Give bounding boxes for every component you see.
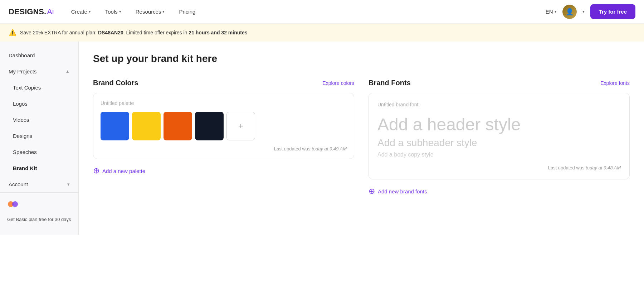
chevron-down-icon: ▾ [89,9,91,14]
avatar-chevron-icon[interactable]: ▾ [582,9,585,14]
logo-icon: Ai [47,7,54,16]
sidebar-item-dashboard[interactable]: Dashboard [0,47,78,63]
svg-point-1 [12,201,18,207]
navbar: DESIGNS.Ai Create ▾ Tools ▾ Resources ▾ … [0,0,644,24]
color-swatch-blue[interactable] [101,112,129,140]
plus-circle-icon: ⊕ [369,187,375,196]
font-timestamp: Last updated was today at 9:48 AM [377,165,621,170]
app-layout: Dashboard My Projects ▲ Text Copies Logo… [0,42,644,303]
palette-card: Untitled palette + Last updated was toda… [93,93,354,159]
color-swatch-black[interactable] [195,112,224,140]
font-name: Untitled brand font [377,102,621,107]
brand-kit-grid: Brand Colors Explore colors Untitled pal… [93,79,630,196]
nav-tools[interactable]: Tools ▾ [99,6,127,18]
explore-fonts-link[interactable]: Explore fonts [600,80,630,86]
plus-circle-icon: ⊕ [93,166,99,175]
sidebar-item-brand-kit[interactable]: Brand Kit [0,160,78,176]
nav-create[interactable]: Create ▾ [65,6,97,18]
brand-fonts-section: Brand Fonts Explore fonts Untitled brand… [369,79,630,196]
chevron-down-icon: ▾ [119,9,121,14]
sidebar-item-text-copies[interactable]: Text Copies [0,80,78,96]
sidebar-wrapper: Dashboard My Projects ▲ Text Copies Logo… [0,42,79,303]
color-swatch-yellow[interactable] [132,112,161,140]
chevron-down-icon: ▾ [67,182,70,187]
user-avatar[interactable]: 👤 [562,5,577,19]
font-card: Untitled brand font Add a header style A… [369,93,630,179]
chevron-down-icon: ▾ [555,9,557,14]
brand-fonts-header: Brand Fonts Explore fonts [369,79,630,87]
palette-timestamp: Last updated was today at 9:49 AM [101,146,347,152]
nav-pricing[interactable]: Pricing [173,6,201,18]
subheader-font-preview[interactable]: Add a subheader style [377,137,621,149]
sidebar-item-videos[interactable]: Videos [0,112,78,128]
logo-text: DESIGNS. [9,7,46,16]
warning-icon: ⚠️ [9,29,16,37]
color-swatches: + [101,112,347,140]
logo[interactable]: DESIGNS.Ai [9,7,54,16]
header-font-preview[interactable]: Add a header style [377,115,621,134]
designs-ai-small-logo [7,198,71,212]
try-for-free-button[interactable]: Try for free [590,4,635,19]
sidebar-item-designs[interactable]: Designs [0,128,78,144]
sidebar-item-logos[interactable]: Logos [0,96,78,112]
language-selector[interactable]: EN ▾ [546,9,557,15]
promo-banner: ⚠️ Save 20% EXTRA for annual plan: DS48A… [0,24,644,42]
sidebar-item-account[interactable]: Account ▾ [0,176,78,192]
chevron-down-icon: ▾ [162,9,165,14]
promo-text: Get Basic plan free for 30 days [7,216,71,223]
main-content: Set up your brand kit here Brand Colors … [79,42,644,303]
sidebar-item-my-projects[interactable]: My Projects ▲ [0,63,78,80]
add-palette-button[interactable]: ⊕ Add a new palette [93,166,354,175]
sidebar: Dashboard My Projects ▲ Text Copies Logo… [0,42,79,235]
avatar-image: 👤 [562,5,577,19]
color-swatch-orange[interactable] [164,112,192,140]
explore-colors-link[interactable]: Explore colors [322,80,354,86]
brand-colors-title: Brand Colors [93,79,138,87]
brand-colors-section: Brand Colors Explore colors Untitled pal… [93,79,354,196]
add-font-button[interactable]: ⊕ Add new brand fonts [369,187,630,196]
page-title: Set up your brand kit here [93,53,630,64]
navbar-right: EN ▾ 👤 ▾ Try for free [546,4,635,19]
brand-fonts-title: Brand Fonts [369,79,411,87]
sidebar-item-speeches[interactable]: Speeches [0,144,78,160]
brand-colors-header: Brand Colors Explore colors [93,79,354,87]
nav-resources[interactable]: Resources ▾ [130,6,171,18]
sidebar-promo-section: Get Basic plan free for 30 days [0,192,78,229]
palette-name: Untitled palette [101,100,347,106]
navbar-links: Create ▾ Tools ▾ Resources ▾ Pricing [65,6,546,18]
add-color-button[interactable]: + [226,112,255,140]
chevron-up-icon: ▲ [65,69,70,74]
body-font-preview[interactable]: Add a body copy style [377,152,621,158]
